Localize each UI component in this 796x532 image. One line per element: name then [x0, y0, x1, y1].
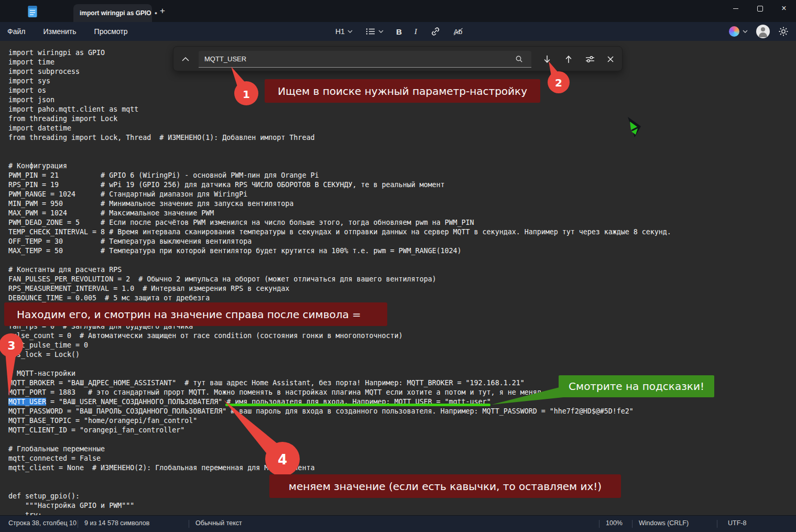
code-line: PWM_DEAD_ZONE = 5 # Если после расчётов … — [8, 218, 671, 227]
code-line: last_pulse_time = 0 — [8, 341, 671, 350]
document-tab[interactable]: import wiringpi as GPIO ● — [73, 4, 152, 22]
annotation-banner-step1: Ищем в поиске нужный параметр-настройку — [265, 79, 540, 103]
close-icon: × — [781, 4, 786, 13]
code-line: FAN_PULSES_PER_REVOLUTION = 2 # Обычно 2… — [8, 275, 671, 284]
heading-button[interactable]: H1 — [335, 27, 353, 36]
format-toolbar: H1 B I Ab — [335, 22, 462, 41]
code-line — [8, 435, 671, 444]
code-line: # Конфигурация — [8, 161, 671, 171]
code-line: RPS_PIN = 19 # wPi 19 (GPIO 256) для дат… — [8, 180, 671, 190]
callout-1-number: 1 — [243, 88, 250, 101]
list-button[interactable] — [365, 27, 384, 36]
zoom-level: 100% — [606, 519, 623, 527]
code-line: # Константы для расчета RPS — [8, 265, 671, 275]
maximize-button[interactable] — [748, 0, 772, 17]
menu-items: Файл Изменить Просмотр — [7, 22, 128, 41]
code-line: RPS_MEASUREMENT_INTERVAL = 1.0 # Интерва… — [8, 284, 671, 294]
line-ending: Windows (CRLF) — [639, 519, 689, 527]
notepad-app-icon — [27, 5, 38, 18]
code-line: rps_lock = Lock() — [8, 350, 671, 360]
close-find-button[interactable] — [603, 52, 618, 67]
code-line: PWM_PIN = 21 # GPIO 6 (WiringPi) - основ… — [8, 171, 671, 180]
titlebar: import wiringpi as GPIO ● + × — [0, 0, 796, 22]
close-button[interactable]: × — [772, 0, 796, 17]
minimize-button[interactable] — [724, 0, 748, 17]
encoding: UTF-8 — [728, 519, 746, 527]
statusbar-divider — [632, 520, 633, 528]
code-line: MAX_TEMP = 50 # Температура при которой … — [8, 246, 671, 256]
link-button[interactable] — [430, 26, 441, 37]
avatar-icon — [761, 27, 765, 31]
code-line — [8, 256, 671, 265]
char-count: 9 из 14 578 символов — [84, 519, 149, 527]
code-line: pulse_count = 0 # Автоматически защищен … — [8, 331, 671, 341]
search-icon — [515, 55, 524, 63]
menubar: Файл Изменить Просмотр H1 B I — [0, 22, 796, 41]
code-line: import paho.mqtt.client as mqtt — [8, 105, 671, 114]
code-line: DEBOUNCE_TIME = 0.005 # 5 мс защита от д… — [8, 294, 671, 303]
code-line: """Настройка GPIO и PWM""" — [8, 501, 671, 511]
annotation-banner-step3: Находим его, и смотрин на значение справ… — [4, 302, 387, 326]
find-options-button[interactable] — [582, 52, 598, 67]
window-controls: × — [724, 0, 796, 17]
callout-3-number: 3 — [7, 339, 15, 352]
annotation-banner-step4: меняем значение (если есть кавычки, то о… — [269, 474, 621, 498]
arrow-down-icon — [543, 55, 551, 64]
statusbar-divider — [717, 520, 717, 528]
statusbar-divider — [599, 520, 599, 528]
menu-edit[interactable]: Изменить — [43, 27, 76, 36]
code-line: MQTT_PASSWORD = "ВАШ_ПАРОЛЬ_СОЗДАННОГО_П… — [8, 407, 671, 416]
code-line: MQTT_BASE_TOPIC = "home/orangepi/fan_con… — [8, 416, 671, 426]
copilot-button[interactable] — [729, 26, 748, 37]
code-line — [8, 143, 671, 152]
text-mode: Обычный текст — [195, 519, 242, 527]
code-line: OFF_TEMP = 30 # Температура выключения в… — [8, 237, 671, 246]
code-line: TEMP_CHECK_INTERVAL = 8 # Время интервал… — [8, 227, 671, 237]
find-panel — [173, 46, 623, 71]
heading-label: H1 — [335, 27, 345, 36]
callout-4-number: 4 — [278, 452, 287, 468]
minimize-icon — [733, 8, 738, 9]
collapse-find-button[interactable] — [178, 52, 193, 67]
code-line — [8, 360, 671, 369]
account-button[interactable] — [756, 25, 770, 38]
chevron-down-icon — [743, 30, 748, 33]
callout-2-number: 2 — [555, 77, 562, 89]
right-toolbar — [729, 22, 789, 41]
menu-file[interactable]: Файл — [7, 27, 25, 36]
menu-view[interactable]: Просмотр — [94, 27, 128, 36]
settings-button[interactable] — [778, 26, 789, 37]
maximize-icon — [757, 6, 763, 12]
code-line — [8, 152, 671, 161]
search-input[interactable] — [199, 51, 531, 68]
arrow-up-icon — [564, 55, 573, 64]
code-line: MIN_PWM = 950 # Минимальное значение для… — [8, 199, 671, 209]
code-line: # Глобальные переменные — [8, 444, 671, 454]
list-icon — [365, 27, 376, 36]
chevron-up-icon — [181, 57, 190, 62]
annotation-banner-hint: Смотрите на подсказки! — [559, 375, 714, 397]
selected-text: MQTT_USER — [8, 398, 46, 406]
new-tab-button[interactable]: + — [156, 5, 169, 17]
code-content: import wiringpi as GPIOimport timeimport… — [8, 48, 671, 516]
clear-formatting-button[interactable]: Ab — [454, 28, 463, 36]
code-line: mqtt_connected = False — [8, 454, 671, 463]
close-icon — [607, 56, 614, 62]
statusbar-divider — [78, 520, 78, 528]
italic-button[interactable]: I — [415, 27, 417, 36]
bold-button[interactable]: B — [396, 27, 402, 36]
copilot-icon — [729, 26, 739, 37]
statusbar: Строка 38, столбец 10 9 из 14 578 символ… — [0, 515, 796, 532]
code-line: from threading import Lock — [8, 114, 671, 124]
code-line: from threading import Lock, Thread # ИЗМ… — [8, 133, 671, 143]
notepad-window: import wiringpi as GPIO ● + × Файл Измен… — [0, 0, 796, 532]
code-line: mqtt_client = None # ИЗМЕНЕНО(2): Глобал… — [8, 463, 671, 473]
find-next-button[interactable] — [539, 52, 555, 67]
sliders-icon — [585, 56, 595, 63]
code-line: MAX_PWM = 1024 # Максимальное значение P… — [8, 209, 671, 218]
chevron-down-icon — [378, 30, 384, 33]
text-editor-area[interactable]: import wiringpi as GPIOimport timeimport… — [0, 41, 796, 516]
code-line: import datetime — [8, 124, 671, 133]
tab-title: import wiringpi as GPIO — [80, 9, 151, 17]
find-previous-button[interactable] — [561, 52, 576, 67]
